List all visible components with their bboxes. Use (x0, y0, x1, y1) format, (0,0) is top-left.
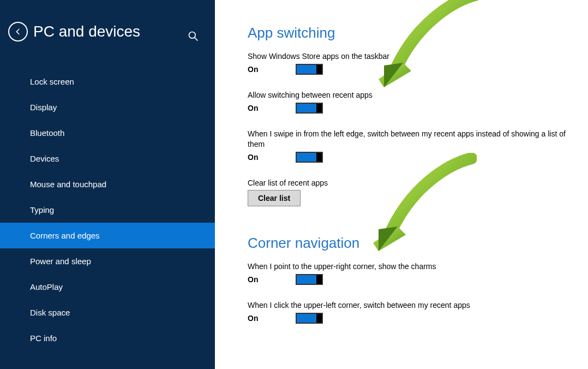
sidebar-item-label: PC info (30, 334, 57, 343)
setting-label: Clear list of recent apps (248, 178, 574, 188)
sidebar-item-devices[interactable]: Devices (0, 146, 215, 171)
section-corner-navigation: Corner navigation When I point to the up… (248, 235, 574, 324)
toggle-state: On (248, 65, 296, 74)
sidebar-item-label: Lock screen (30, 77, 74, 86)
back-button[interactable] (8, 22, 28, 41)
svg-point-0 (189, 32, 196, 39)
sidebar-item-label: Corners and edges (30, 231, 100, 240)
toggle-state: On (248, 314, 296, 323)
toggle-row: On (248, 274, 574, 285)
clear-list-button[interactable]: Clear list (248, 190, 301, 206)
section-app-switching: App switching Show Windows Store apps on… (248, 25, 574, 206)
sidebar-item-mouse-touchpad[interactable]: Mouse and touchpad (0, 171, 215, 197)
setting-upper-right-charms: When I point to the upper-right corner, … (248, 261, 574, 285)
toggle-state: On (248, 104, 296, 112)
sidebar-item-disk-space[interactable]: Disk space (0, 300, 215, 325)
header: PC and devices (0, 0, 215, 52)
svg-line-1 (195, 38, 198, 41)
sidebar-item-corners-edges[interactable]: Corners and edges (0, 223, 215, 248)
sidebar: PC and devices Lock screen Display Bluet… (0, 0, 215, 369)
page-title: PC and devices (33, 23, 140, 40)
nav-list: Lock screen Display Bluetooth Devices Mo… (0, 69, 215, 351)
setting-label: When I point to the upper-right corner, … (248, 261, 574, 272)
section-title: App switching (248, 25, 574, 41)
main-content: App switching Show Windows Store apps on… (215, 0, 588, 369)
setting-label: When I click the upper-left corner, swit… (248, 300, 574, 311)
sidebar-item-autoplay[interactable]: AutoPlay (0, 274, 215, 300)
toggle-state: On (248, 153, 296, 162)
setting-clear-recent-apps: Clear list of recent apps Clear list (248, 178, 574, 207)
sidebar-item-label: Bluetooth (30, 128, 64, 138)
setting-swipe-left-edge: When I swipe in from the left edge, swit… (248, 129, 574, 163)
section-title: Corner navigation (248, 235, 574, 252)
sidebar-item-label: Power and sleep (30, 257, 91, 266)
toggle-switch[interactable] (296, 313, 323, 324)
sidebar-item-label: AutoPlay (30, 282, 63, 291)
setting-upper-left-switch: When I click the upper-left corner, swit… (248, 300, 574, 324)
arrow-left-icon (13, 27, 23, 37)
toggle-row: On (248, 103, 574, 114)
sidebar-item-typing[interactable]: Typing (0, 197, 215, 223)
sidebar-item-label: Typing (30, 205, 54, 215)
setting-label: Show Windows Store apps on the taskbar (248, 51, 574, 62)
setting-label: When I swipe in from the left edge, swit… (248, 129, 574, 150)
setting-allow-switching: Allow switching between recent apps On (248, 90, 574, 114)
sidebar-item-label: Disk space (30, 308, 70, 317)
sidebar-item-label: Devices (30, 154, 59, 163)
sidebar-item-bluetooth[interactable]: Bluetooth (0, 120, 215, 146)
toggle-switch[interactable] (296, 152, 323, 163)
toggle-row: On (248, 152, 574, 163)
toggle-row: On (248, 313, 574, 324)
toggle-row: On (248, 64, 574, 75)
sidebar-item-power-sleep[interactable]: Power and sleep (0, 248, 215, 274)
toggle-switch[interactable] (296, 274, 323, 285)
toggle-state: On (248, 275, 296, 284)
sidebar-item-label: Mouse and touchpad (30, 180, 106, 189)
sidebar-item-pc-info[interactable]: PC info (0, 325, 215, 351)
sidebar-item-lock-screen[interactable]: Lock screen (0, 69, 215, 94)
toggle-switch[interactable] (296, 103, 323, 114)
sidebar-item-label: Display (30, 103, 57, 112)
sidebar-item-display[interactable]: Display (0, 94, 215, 120)
setting-show-store-apps: Show Windows Store apps on the taskbar O… (248, 51, 574, 75)
toggle-switch[interactable] (296, 64, 323, 75)
search-button[interactable] (188, 31, 199, 41)
search-icon (188, 31, 199, 41)
setting-label: Allow switching between recent apps (248, 90, 574, 100)
